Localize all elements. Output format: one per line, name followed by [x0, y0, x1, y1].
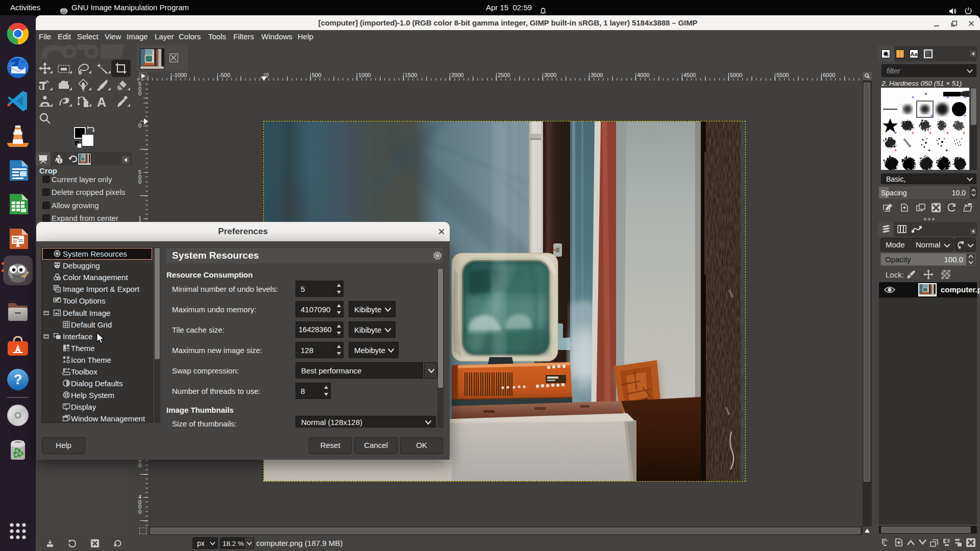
svg-text:+: +: [894, 131, 897, 136]
svg-text:+: +: [964, 95, 966, 100]
svg-text:+: +: [946, 131, 949, 136]
svg-text:+: +: [928, 148, 930, 153]
svg-text:+: +: [912, 131, 914, 136]
svg-text:?: ?: [13, 371, 22, 387]
svg-text:+: +: [963, 131, 965, 136]
svg-text:i: i: [59, 158, 61, 164]
svg-text:+: +: [930, 113, 933, 118]
svg-text:+: +: [929, 131, 932, 136]
svg-text:+: +: [912, 95, 914, 100]
svg-text:+: +: [945, 148, 948, 153]
svg-text:+: +: [894, 148, 897, 153]
svg-text:+: +: [946, 95, 949, 100]
svg-text:+: +: [964, 113, 966, 118]
